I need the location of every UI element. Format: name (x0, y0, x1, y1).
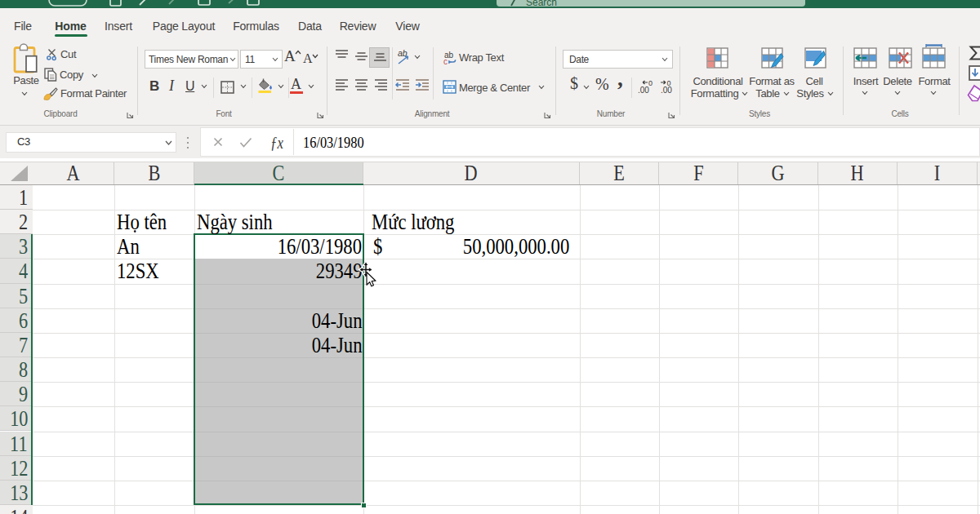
svg-text:.00: .00 (661, 86, 672, 95)
svg-text:c: c (443, 57, 448, 66)
svg-text:Search: Search (526, 0, 557, 8)
svg-text:.00: .00 (638, 86, 649, 95)
